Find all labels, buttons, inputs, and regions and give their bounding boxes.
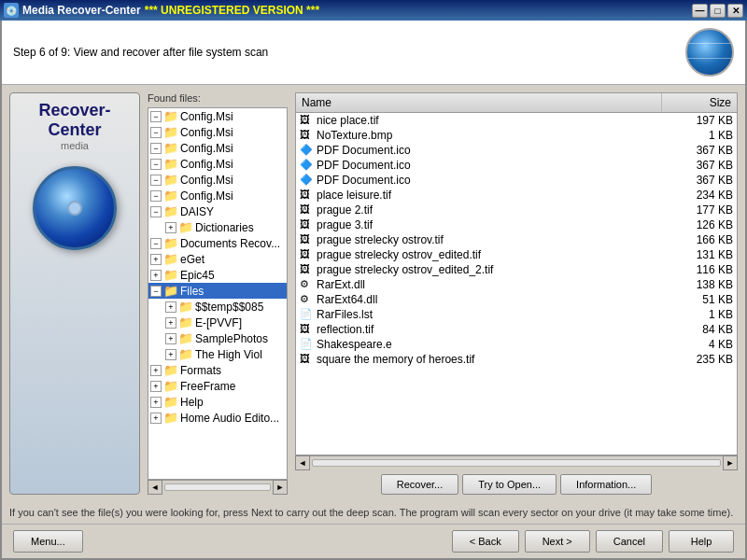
tree-expand-icon[interactable]: − xyxy=(150,111,162,122)
back-button[interactable]: < Back xyxy=(452,530,519,553)
tree-item[interactable]: −📁Config.Msi xyxy=(148,124,287,140)
nav-button-group: < Back Next > Cancel Help xyxy=(452,530,734,553)
tree-item[interactable]: −📁Files xyxy=(148,283,287,299)
file-row[interactable]: 🖼 place leisure.tif 234 KB xyxy=(296,188,737,203)
tree-item[interactable]: +📁Epic45 xyxy=(148,267,287,283)
file-row[interactable]: 🖼 prague strelecky ostrov_edited.tif 131… xyxy=(296,247,737,262)
tree-expand-icon[interactable]: + xyxy=(165,333,176,344)
file-row[interactable]: 🔷 PDF Document.ico 367 KB xyxy=(296,158,737,173)
file-row[interactable]: 📄 RarFiles.lst 1 KB xyxy=(296,307,737,322)
tree-expand-icon[interactable]: − xyxy=(150,190,162,202)
close-button[interactable]: ✕ xyxy=(727,4,743,18)
tree-expand-icon[interactable]: − xyxy=(150,127,162,138)
file-size: 234 KB xyxy=(663,189,733,202)
file-row[interactable]: 📄 Shakespeare.e 4 KB xyxy=(296,337,737,352)
file-row[interactable]: 🖼 prague strelecky ostrov_edited_2.tif 1… xyxy=(296,262,737,277)
tree-expand-icon[interactable]: − xyxy=(150,175,162,186)
tree-item-label: Config.Msi xyxy=(180,189,233,203)
tree-expand-icon[interactable]: + xyxy=(165,301,176,313)
files-scroll-left[interactable]: ◄ xyxy=(295,455,310,470)
tree-scroll-left[interactable]: ◄ xyxy=(148,480,162,495)
tree-expand-icon[interactable]: + xyxy=(165,222,176,233)
try-open-button[interactable]: Try to Open... xyxy=(462,474,557,495)
file-type-icon: 🖼 xyxy=(300,323,313,336)
tree-expand-icon[interactable]: + xyxy=(150,254,162,265)
tree-expand-icon[interactable]: − xyxy=(150,143,162,154)
file-row[interactable]: 🔷 PDF Document.ico 367 KB xyxy=(296,143,737,158)
tree-item[interactable]: +📁FreeFrame xyxy=(148,378,287,394)
tree-item-label: Config.Msi xyxy=(180,158,233,171)
tree-expand-icon[interactable]: + xyxy=(150,413,162,424)
file-size: 367 KB xyxy=(663,159,733,172)
next-button[interactable]: Next > xyxy=(525,530,590,553)
file-row[interactable]: 🖼 square the memory of heroes.tif 235 KB xyxy=(296,352,737,367)
folder-icon: 📁 xyxy=(163,236,178,250)
tree-item[interactable]: −📁Config.Msi xyxy=(148,108,287,124)
file-name: reflection.tif xyxy=(317,323,663,336)
file-row[interactable]: 🖼 prague 2.tif 177 KB xyxy=(296,203,737,217)
tree-expand-icon[interactable]: + xyxy=(165,317,176,329)
minimize-button[interactable]: — xyxy=(692,4,708,18)
file-name: square the memory of heroes.tif xyxy=(317,353,663,366)
folder-icon: 📁 xyxy=(163,268,178,282)
tree-item[interactable]: −📁Config.Msi xyxy=(148,156,287,172)
tree-scroll-right[interactable]: ► xyxy=(273,480,288,495)
file-type-icon: 🖼 xyxy=(300,114,313,127)
tree-item[interactable]: +📁E-[PVVF] xyxy=(148,315,287,330)
tree-item[interactable]: +📁$$temp$$085 xyxy=(148,299,287,315)
tree-item[interactable]: −📁Config.Msi xyxy=(148,140,287,156)
tree-item-label: Config.Msi xyxy=(180,142,233,155)
files-scroll-right[interactable]: ► xyxy=(723,455,738,470)
tree-expand-icon[interactable]: − xyxy=(150,286,162,297)
file-row[interactable]: 🖼 reflection.tif 84 KB xyxy=(296,322,737,337)
file-list-body[interactable]: 🖼 nice place.tif 197 KB 🖼 NoTexture.bmp … xyxy=(296,113,737,455)
tree-item[interactable]: +📁SamplePhotos xyxy=(148,330,287,346)
tree-item[interactable]: −📁Documents Recov... xyxy=(148,235,287,251)
file-row[interactable]: 🖼 NoTexture.bmp 1 KB xyxy=(296,128,737,143)
tree-expand-icon[interactable]: − xyxy=(150,159,162,170)
tree-expand-icon[interactable]: + xyxy=(150,270,162,281)
tree-item[interactable]: −📁Config.Msi xyxy=(148,188,287,203)
help-button[interactable]: Help xyxy=(669,530,734,553)
logo-media: media xyxy=(18,140,132,151)
files-panel: Name Size 🖼 nice place.tif 197 KB 🖼 NoTe… xyxy=(295,92,738,495)
tree-expand-icon[interactable]: − xyxy=(150,238,162,249)
tree-item[interactable]: +📁Formats xyxy=(148,362,287,378)
column-name[interactable]: Name xyxy=(296,93,662,112)
tree-item[interactable]: −📁DAISY xyxy=(148,203,287,219)
cancel-button[interactable]: Cancel xyxy=(596,530,663,553)
recover-button[interactable]: Recover... xyxy=(381,474,459,495)
tree-expand-icon[interactable]: − xyxy=(150,206,162,217)
tree-item[interactable]: +📁The High Viol xyxy=(148,346,287,362)
title-bar-left: 💿 Media Recover-Center *** UNREGISTERED … xyxy=(4,3,319,18)
file-type-icon: 🖼 xyxy=(300,263,313,276)
tree-item[interactable]: +📁Help xyxy=(148,394,287,410)
maximize-button[interactable]: □ xyxy=(710,4,726,18)
file-size: 367 KB xyxy=(663,174,733,187)
tree-item[interactable]: +📁Dictionaries xyxy=(148,219,287,235)
file-row[interactable]: ⚙ RarExt64.dll 51 KB xyxy=(296,292,737,307)
tree-item[interactable]: +📁eGet xyxy=(148,251,287,267)
tree-expand-icon[interactable]: + xyxy=(150,381,162,392)
tree-container[interactable]: −📁Config.Msi−📁Config.Msi−📁Config.Msi−📁Co… xyxy=(148,107,288,480)
information-button[interactable]: Information... xyxy=(560,474,652,495)
file-type-icon: 🖼 xyxy=(300,353,313,366)
file-size: 235 KB xyxy=(663,353,733,366)
file-row[interactable]: 🔷 PDF Document.ico 367 KB xyxy=(296,173,737,188)
menu-button[interactable]: Menu... xyxy=(13,530,83,553)
tree-expand-icon[interactable]: + xyxy=(165,349,176,360)
file-row[interactable]: 🖼 prague strelecky ostrov.tif 166 KB xyxy=(296,232,737,247)
tree-item[interactable]: +📁Home Audio Edito... xyxy=(148,410,287,426)
app-name: Media Recover-Center xyxy=(22,4,141,17)
tree-expand-icon[interactable]: + xyxy=(150,365,162,376)
file-row[interactable]: ⚙ RarExt.dll 138 KB xyxy=(296,277,737,292)
files-scroll-track[interactable] xyxy=(312,459,721,467)
tree-item[interactable]: −📁Config.Msi xyxy=(148,172,287,188)
tree-horizontal-scrollbar[interactable]: ◄ ► xyxy=(148,480,288,495)
file-row[interactable]: 🖼 nice place.tif 197 KB xyxy=(296,113,737,128)
column-size[interactable]: Size xyxy=(662,93,737,112)
tree-expand-icon[interactable]: + xyxy=(150,397,162,408)
tree-scroll-track[interactable] xyxy=(164,483,271,491)
file-row[interactable]: 🖼 prague 3.tif 126 KB xyxy=(296,217,737,232)
files-horizontal-scrollbar[interactable]: ◄ ► xyxy=(295,455,738,470)
